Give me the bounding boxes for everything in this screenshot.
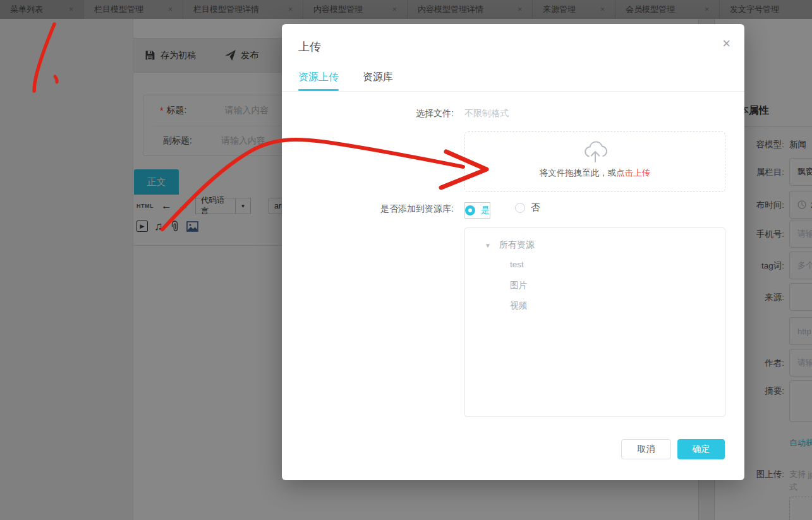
radio-yes[interactable]: 是 [464, 202, 490, 219]
tab-resource-library[interactable]: 资源库 [363, 71, 393, 84]
divider [282, 91, 744, 92]
tree-root-label: 所有资源 [499, 239, 535, 251]
tab-resource-upload[interactable]: 资源上传 [298, 71, 339, 84]
tree-node-videos[interactable]: 视频 [510, 300, 527, 311]
dropzone-text-prefix: 将文件拖拽至此，或 [540, 168, 617, 178]
resource-tree-panel: ▼ 所有资源 test 图片 视频 [464, 227, 725, 417]
app-root: 菜单列表 × 栏目模型管理 × 栏目模型管理详情 × 内容模型管理 × 内容模型… [0, 0, 812, 520]
tree-node-test[interactable]: test [510, 260, 524, 269]
upload-modal: 上传 × 资源上传 资源库 选择文件: 不限制格式 将文件拖拽至此，或点击上传 … [282, 24, 744, 480]
radio-dot-icon [515, 203, 525, 213]
click-upload-link[interactable]: 点击上传 [616, 168, 650, 178]
tree-node-images[interactable]: 图片 [510, 280, 527, 291]
file-format-hint: 不限制格式 [464, 108, 509, 119]
select-file-label: 选择文件: [282, 108, 454, 119]
dropzone-text: 将文件拖拽至此，或点击上传 [465, 167, 725, 179]
radio-no-label: 否 [531, 202, 540, 214]
cloud-upload-icon [465, 141, 725, 166]
confirm-button[interactable]: 确定 [677, 439, 725, 459]
tree-node-all-resources[interactable]: ▼ 所有资源 [485, 239, 535, 251]
modal-title: 上传 [298, 39, 321, 54]
file-dropzone[interactable]: 将文件拖拽至此，或点击上传 [464, 131, 725, 192]
cancel-button[interactable]: 取消 [621, 439, 671, 459]
radio-dot-icon [465, 205, 475, 215]
radio-no[interactable]: 否 [515, 202, 540, 214]
caret-down-icon[interactable]: ▼ [485, 242, 491, 249]
radio-yes-label: 是 [481, 205, 490, 216]
close-icon[interactable]: × [722, 37, 730, 51]
add-to-library-label: 是否添加到资源库: [282, 203, 454, 215]
